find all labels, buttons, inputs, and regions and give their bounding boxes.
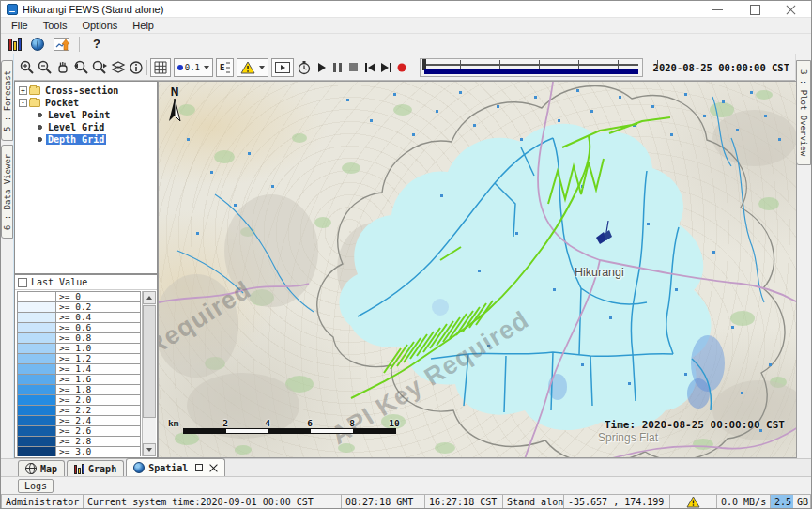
north-arrow: N <box>166 85 183 126</box>
tab-data-viewer[interactable]: 6 : Data Viewer <box>1 145 13 239</box>
place-label-hikurangi: Hikurangi <box>575 266 624 279</box>
map-canvas <box>159 82 797 458</box>
pause-button[interactable] <box>331 59 345 76</box>
tab-map[interactable]: Map <box>18 460 65 476</box>
time-slider[interactable] <box>420 58 643 77</box>
warning-icon <box>686 496 700 508</box>
timer-icon[interactable] <box>297 58 312 77</box>
map-display-icon[interactable] <box>31 38 44 51</box>
node-bullet-icon <box>38 113 42 117</box>
legend-color-swatch <box>17 344 56 354</box>
grid-layer-button[interactable] <box>150 58 171 77</box>
close-icon[interactable] <box>786 5 796 14</box>
pan-hand-icon[interactable] <box>55 58 70 77</box>
legend-color-swatch <box>17 416 56 426</box>
scroll-up-icon[interactable] <box>143 291 156 304</box>
status-warning-cell[interactable] <box>670 494 717 509</box>
legend-scrollbar[interactable] <box>142 291 156 456</box>
zoom-previous-icon[interactable] <box>73 58 89 77</box>
point-size-value: 0.1 <box>185 63 200 72</box>
close-tab-icon[interactable] <box>209 464 218 472</box>
legend-color-swatch <box>17 333 56 344</box>
node-bullet-icon <box>38 125 42 130</box>
scale-tick: 2 <box>222 418 228 428</box>
time-slider-rail <box>424 64 638 66</box>
help-icon[interactable]: ? <box>89 37 104 51</box>
grid-display-icon[interactable] <box>54 38 69 51</box>
legend-color-swatch <box>17 292 56 302</box>
restore-icon[interactable] <box>195 464 203 471</box>
zoom-out-icon[interactable] <box>38 58 53 77</box>
tree-item-depth-grid[interactable]: Depth Grid <box>17 133 155 145</box>
map-view[interactable]: API Key Required API Key Required N Hiku… <box>158 81 797 458</box>
last-value-label: Last Value <box>31 277 87 287</box>
tab-forecast[interactable]: 5 : Forecast <box>1 60 13 141</box>
warnings-dropdown[interactable] <box>237 58 268 77</box>
collapse-minus-icon[interactable]: - <box>19 99 27 107</box>
scale-bar: km 2 4 6 8 10 <box>168 418 403 435</box>
status-data-rate: 0.0 MB/s <box>717 494 771 509</box>
layers-icon[interactable] <box>111 58 126 77</box>
zoom-next-icon[interactable] <box>92 58 108 77</box>
timeseries-display-icon[interactable] <box>8 38 22 51</box>
legend-color-swatch <box>17 406 56 416</box>
tree-item-pocket[interactable]: - Pocket <box>17 97 155 108</box>
legend-color-swatch <box>17 323 56 333</box>
scale-gauge-button[interactable]: E <box>216 58 234 77</box>
tab-plot-overview[interactable]: 3 : Plot Overview <box>796 60 811 165</box>
menu-help[interactable]: Help <box>126 19 161 32</box>
status-memory: 2.5 GB <box>771 494 811 509</box>
expand-plus-icon[interactable]: + <box>19 86 27 95</box>
maximize-icon[interactable] <box>749 5 759 14</box>
point-icon <box>177 65 183 70</box>
bottom-tab-bar: Map Graph Spatial <box>1 458 811 477</box>
animation-button[interactable] <box>271 58 294 77</box>
status-bar: Administrator Current system time:2020-0… <box>1 494 811 509</box>
status-local-time: 16:27:18 CST <box>425 494 503 509</box>
tree-item-level-grid[interactable]: Level Grid <box>17 121 155 132</box>
stop-button[interactable] <box>347 59 360 76</box>
tree-item-level-point[interactable]: Level Point <box>17 109 155 120</box>
status-system-time: Current system time:2020-09-01 00:00 CST <box>84 494 342 509</box>
play-button[interactable] <box>314 59 328 76</box>
menu-tools[interactable]: Tools <box>37 19 74 32</box>
last-value-checkbox[interactable] <box>18 278 27 287</box>
folder-icon <box>29 99 40 107</box>
legend-color-swatch <box>17 426 56 437</box>
bar-chart-icon <box>74 464 84 474</box>
menu-options[interactable]: Options <box>75 19 124 32</box>
zoom-in-icon[interactable] <box>20 58 35 77</box>
legend-label: >= 3.0 <box>56 447 141 456</box>
point-size-dropdown[interactable]: 0.1 <box>174 58 213 77</box>
status-mode: Stand alone <box>503 494 564 509</box>
info-icon[interactable] <box>129 58 144 77</box>
folder-icon <box>29 86 40 95</box>
scale-tick: 8 <box>349 418 355 428</box>
layer-tree-panel: + Cross-section - Pocket Level Point Lev… <box>14 81 158 274</box>
gauge-icon: E <box>220 63 224 72</box>
depth-legend-panel: Last Value >= 0>= 0.2>= 0.4>= 0.6>= 0.8>… <box>14 274 158 458</box>
record-button[interactable] <box>395 59 408 76</box>
tab-graph[interactable]: Graph <box>67 460 124 476</box>
scroll-down-icon[interactable] <box>143 443 156 456</box>
legend-row[interactable]: >= 3.0 <box>17 447 141 456</box>
minimize-icon[interactable] <box>712 5 723 14</box>
chevron-down-icon <box>259 66 265 69</box>
legend-color-swatch <box>17 447 56 456</box>
tree-item-cross-section[interactable]: + Cross-section <box>17 85 155 96</box>
map-toolbar: 0.1 E 2020-08- <box>14 54 795 81</box>
scroll-thumb[interactable] <box>143 305 156 418</box>
skip-start-button[interactable] <box>363 59 376 76</box>
menu-file[interactable]: File <box>5 19 35 32</box>
skip-end-button[interactable] <box>379 59 392 76</box>
tab-spatial[interactable]: Spatial <box>126 458 225 476</box>
status-user: Administrator <box>1 494 84 509</box>
menu-bar: File Tools Options Help <box>1 18 811 34</box>
logs-button[interactable]: Logs <box>18 479 54 493</box>
legend-color-swatch <box>17 354 56 364</box>
blue-globe-icon <box>133 462 145 473</box>
legend-color-swatch <box>17 375 56 385</box>
gauge-ticks-icon <box>226 61 230 74</box>
node-bullet-icon <box>38 137 42 142</box>
logs-row: Logs <box>1 478 811 494</box>
